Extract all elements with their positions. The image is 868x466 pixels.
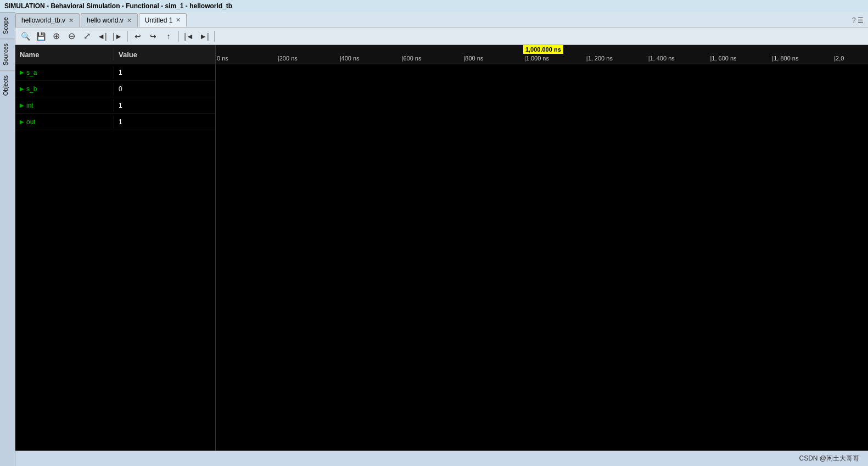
signal-row-sa[interactable]: ▶ s_a 1 [15, 64, 215, 81]
content-area: helloworld_tb.v ✕ hello world.v ✕ Untitl… [15, 12, 868, 466]
signal-value-sb: 0 [114, 83, 127, 95]
waveform-canvas[interactable]: 1,000.000 ns 0 ns |200 ns |400 ns |600 n… [216, 45, 868, 451]
tab-hello-world[interactable]: hello world.v ✕ [81, 13, 138, 27]
signal-icon-int: ▶ [20, 102, 24, 108]
signal-row-out[interactable]: ▶ out 1 [15, 114, 215, 130]
tab-bar: helloworld_tb.v ✕ hello world.v ✕ Untitl… [15, 12, 868, 27]
signal-label-out: out [26, 118, 36, 126]
signal-value-out: 1 [114, 116, 127, 128]
signal-label-sa: s_a [26, 69, 37, 76]
bottom-bar: CSDN @闲土大哥哥 [15, 451, 868, 466]
signal-value-sa: 1 [114, 66, 127, 79]
tab-close-3[interactable]: ✕ [176, 16, 181, 24]
signal-icon-sb: ▶ [20, 86, 24, 92]
waveform-area: Name Value ▶ s_a 1 ▶ s_b [15, 45, 868, 451]
main-container: Scope Sources Objects helloworld_tb.v ✕ … [0, 12, 868, 466]
signal-label-sb: s_b [26, 85, 37, 93]
zoom-in-button[interactable]: ⊕ [49, 30, 63, 43]
sidebar-tab-sources[interactable]: Sources [0, 38, 15, 70]
left-sidebar: Scope Sources Objects [0, 12, 15, 466]
time-label-1600ns: |1, 600 ns [710, 55, 737, 62]
tab-label-2: hello world.v [87, 16, 124, 24]
zoom-out-button[interactable]: ⊖ [65, 30, 78, 43]
signal-row-sb[interactable]: ▶ s_b 0 [15, 81, 215, 97]
cursor-time-label: 1,000.000 ns [523, 45, 563, 54]
time-label-1200ns: |1, 200 ns [586, 55, 613, 62]
signal-name-out: ▶ out [15, 116, 114, 128]
sep2 [178, 31, 179, 42]
time-label-1000ns: |1,000 ns [524, 55, 549, 62]
time-label-600ns: |600 ns [402, 55, 422, 62]
title-text: SIMULATION - Behavioral Simulation - Fun… [4, 2, 232, 10]
snap-prev-button[interactable]: ◄| [96, 30, 109, 43]
tab-untitled1[interactable]: Untitled 1 ✕ [139, 13, 187, 27]
sep1 [127, 31, 128, 42]
signal-header-name: Name [15, 48, 114, 61]
fit-button[interactable]: ⤢ [80, 30, 93, 43]
sep3 [214, 31, 215, 42]
tab-close-2[interactable]: ✕ [127, 17, 132, 24]
tab-label-3: Untitled 1 [145, 16, 173, 24]
time-label-2000ns: |2,0 [834, 55, 844, 62]
sidebar-tab-scope[interactable]: Scope [0, 12, 15, 38]
time-label-1800ns: |1, 800 ns [772, 55, 798, 62]
toolbar: 🔍 💾 ⊕ ⊖ ⤢ ◄| |► ↩ ↪ ↑ |◄ ►| [15, 27, 868, 45]
sidebar-tab-objects[interactable]: Objects [0, 70, 15, 100]
save-button[interactable]: 💾 [34, 30, 47, 43]
watermark-text: CSDN @闲土大哥哥 [799, 454, 859, 463]
title-bar: SIMULATION - Behavioral Simulation - Fun… [0, 0, 868, 12]
tab-helloworld-tb[interactable]: helloworld_tb.v ✕ [15, 13, 80, 27]
time-ruler: 1,000.000 ns 0 ns |200 ns |400 ns |600 n… [216, 45, 868, 64]
signal-row-int[interactable]: ▶ int 1 [15, 97, 215, 114]
tab-label-1: helloworld_tb.v [21, 16, 65, 24]
tab-close-1[interactable]: ✕ [69, 17, 74, 24]
signal-name-sb: ▶ s_b [15, 83, 114, 95]
time-label-200ns: |200 ns [278, 55, 298, 62]
time-label-1400ns: |1, 400 ns [648, 55, 675, 62]
signal-name-int: ▶ int [15, 99, 114, 112]
last-button[interactable]: ►| [198, 30, 211, 43]
time-label-400ns: |400 ns [340, 55, 360, 62]
snap-next-button[interactable]: |► [111, 30, 124, 43]
up-button[interactable]: ↑ [162, 30, 175, 43]
signal-icon-sa: ▶ [20, 69, 24, 75]
signal-header: Name Value [15, 45, 215, 64]
signal-value-int: 1 [114, 99, 127, 112]
search-button[interactable]: 🔍 [19, 30, 32, 43]
tab-help: ? ☰ [848, 13, 868, 27]
signal-label-int: int [26, 102, 33, 109]
signal-icon-out: ▶ [20, 119, 24, 125]
time-label-0ns: 0 ns [217, 55, 228, 62]
time-label-800ns: |800 ns [463, 55, 483, 62]
first-button[interactable]: |◄ [182, 30, 195, 43]
go-fwd-button[interactable]: ↪ [147, 30, 160, 43]
signal-rows: ▶ s_a 1 ▶ s_b 0 ▶ [15, 64, 215, 130]
signal-panel: Name Value ▶ s_a 1 ▶ s_b [15, 45, 216, 451]
signal-header-value: Value [114, 48, 142, 61]
go-back-button[interactable]: ↩ [131, 30, 144, 43]
signal-name-sa: ▶ s_a [15, 66, 114, 79]
